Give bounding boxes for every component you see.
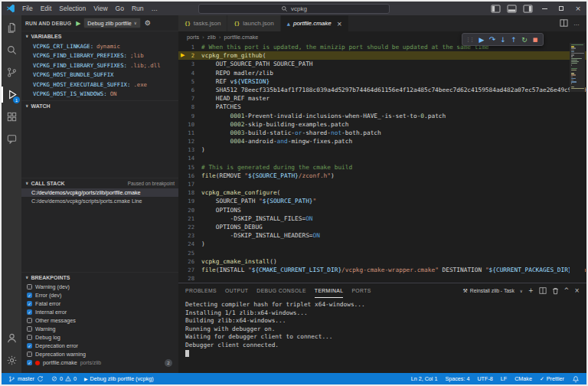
command-center-search[interactable]: vcpkg (198, 4, 390, 14)
breakpoint-row[interactable]: Deprecation warning (21, 350, 178, 358)
line-number[interactable]: 27 (178, 266, 201, 274)
breakpoint-checkbox[interactable] (27, 326, 32, 332)
breakpoint-row[interactable]: ✓Deprecation error (21, 342, 178, 350)
breakpoint-row[interactable]: Warning (dev) (21, 283, 178, 291)
variable-row[interactable]: VCPKG_HOST_EXECUTABLE_SUFFIX:.exe (21, 80, 178, 90)
variable-row[interactable]: VCPKG_FIND_LIBRARY_PREFIXES:;lib (21, 51, 178, 61)
variables-section-header[interactable]: ∨ VARIABLES (21, 31, 178, 41)
breakpoint-row[interactable]: ✓Internal error (21, 308, 178, 316)
terminal-profile-chevron-icon[interactable]: ∨ (520, 289, 523, 293)
debug-status[interactable]: ▶ Debug zlib portfile (vcpkg) (80, 373, 158, 384)
minimap-slider[interactable] (570, 43, 585, 92)
line-number[interactable]: 6 (178, 86, 201, 94)
line-number[interactable]: 25 (178, 249, 201, 257)
line-number[interactable]: 7 (178, 94, 201, 103)
eol-sequence[interactable]: LF (497, 373, 511, 384)
notifications-bell[interactable] (568, 373, 583, 384)
toggle-secondary-sidebar-icon[interactable] (520, 5, 536, 13)
line-number[interactable]: 3 (178, 60, 201, 68)
close-button[interactable]: × (570, 2, 586, 15)
more-actions-icon[interactable]: … (573, 20, 580, 27)
line-number[interactable]: 8 (178, 103, 201, 111)
menu-item[interactable]: Go (112, 2, 128, 15)
kill-terminal-icon[interactable] (552, 287, 559, 295)
breakpoint-checkbox[interactable]: ✓ (27, 343, 32, 348)
line-number[interactable]: 26 (178, 257, 201, 266)
line-number[interactable]: 14 (178, 154, 201, 162)
breadcrumb-item[interactable]: ports (187, 34, 199, 41)
menu-item[interactable]: Selection (55, 2, 90, 15)
line-number[interactable]: 22 (178, 223, 201, 231)
maximize-panel-icon[interactable]: ^ (564, 287, 570, 294)
line-number[interactable]: 10 (178, 120, 201, 129)
line-number[interactable]: 21 (178, 214, 201, 223)
line-number[interactable]: 4 (178, 69, 201, 77)
encoding[interactable]: UTF-8 (473, 373, 496, 384)
step-out-button[interactable]: ↑ (508, 36, 519, 44)
tab-tasks.json[interactable]: {}tasks.json (178, 15, 227, 31)
line-number[interactable]: 1 (178, 43, 201, 51)
breakpoint-checkbox[interactable]: ✓ (27, 309, 32, 315)
close-icon[interactable]: × (337, 20, 342, 28)
breadcrumb-item[interactable]: portfile.cmake (224, 34, 259, 41)
breadcrumb-item[interactable]: zlib (207, 34, 216, 41)
new-terminal-icon[interactable]: + (528, 287, 534, 294)
source-control-icon[interactable] (2, 61, 21, 83)
breakpoint-row[interactable]: Warning (21, 325, 178, 333)
continue-button[interactable]: ▶ (476, 36, 487, 44)
callstack-frame[interactable]: C:/dev/demos/vcpkg/ports/zlib/portfile.c… (21, 188, 178, 197)
terminal-output[interactable]: Detecting compiler hash for triplet x64-… (178, 298, 586, 373)
menu-item[interactable]: File (18, 2, 37, 15)
line-number[interactable]: 12 (178, 137, 201, 146)
close-panel-icon[interactable]: × (574, 287, 580, 294)
panel-tab-debug-console[interactable]: DEBUG CONSOLE (256, 283, 306, 298)
task-indicator[interactable]: ⚒ Reinstall zlib - Task (463, 288, 514, 294)
line-number[interactable]: 20 (178, 206, 201, 214)
minimap[interactable] (570, 43, 585, 283)
branch-status[interactable]: master (5, 373, 47, 384)
menu-item[interactable]: … (148, 2, 162, 15)
minimize-button[interactable] (536, 2, 553, 15)
line-number[interactable]: 18 (178, 188, 201, 197)
tab-launch.json[interactable]: {}launch.json (227, 15, 280, 31)
breakpoint-row[interactable]: ✓Fatal error (21, 299, 178, 308)
account-icon[interactable] (2, 327, 21, 349)
breakpoint-checkbox[interactable] (27, 352, 32, 357)
gear-icon[interactable]: ⚙ (145, 19, 151, 27)
restart-button[interactable]: ↻ (519, 36, 530, 44)
breakpoint-checkbox[interactable]: ✓ (27, 293, 32, 298)
formatter-status[interactable]: ✓ Prettier (536, 373, 568, 384)
step-over-button[interactable]: ↷ (487, 35, 498, 44)
variable-row[interactable]: VCPKG_CRT_LINKAGE:dynamic (21, 41, 178, 51)
panel-tab-problems[interactable]: PROBLEMS (185, 283, 217, 298)
breakpoint-row[interactable]: ✓Error (dev) (21, 291, 178, 299)
line-number[interactable]: 23 (178, 231, 201, 240)
panel-tab-ports[interactable]: PORTS (351, 283, 371, 298)
step-into-button[interactable]: ↓ (498, 36, 508, 44)
debug-config-select[interactable]: Debug zlib portfile ∨ (83, 18, 141, 28)
menu-item[interactable]: View (90, 2, 111, 15)
line-number[interactable]: 16 (178, 172, 201, 180)
breakpoint-checkbox[interactable] (27, 284, 32, 290)
maximize-button[interactable] (553, 2, 570, 15)
extensions-icon[interactable] (2, 106, 21, 128)
explorer-icon[interactable] (2, 17, 21, 39)
problems-status[interactable]: 0 0 (47, 373, 80, 384)
drag-handle-icon[interactable]: ⋮⋮ (466, 37, 473, 43)
callstack-frame[interactable]: C:/dev/demos/vcpkg/scripts/ports.cmake L… (21, 197, 178, 205)
line-number[interactable]: 28 (178, 274, 201, 283)
tab-portfile.cmake[interactable]: ▲portfile.cmake× (281, 15, 349, 31)
breakpoint-checkbox[interactable] (27, 335, 32, 340)
panel-tab-output[interactable]: OUTPUT (225, 283, 248, 298)
split-editor-icon[interactable] (560, 19, 568, 28)
run-and-debug-icon[interactable]: 1 (2, 83, 21, 106)
stop-button[interactable]: ■ (530, 37, 541, 43)
settings-gear-icon[interactable] (2, 349, 21, 371)
toggle-sidebar-icon[interactable] (488, 5, 504, 13)
line-number[interactable]: 17 (178, 180, 201, 188)
cursor-position[interactable]: Ln 2, Col 1 (407, 373, 442, 384)
line-number[interactable]: 13 (178, 146, 201, 154)
menu-item[interactable]: Run (128, 2, 148, 15)
code-editor[interactable]: 1# When this port is updated, the minizi… (178, 43, 586, 283)
breakpoints-section-header[interactable]: ∨ BREAKPOINTS (21, 272, 178, 282)
